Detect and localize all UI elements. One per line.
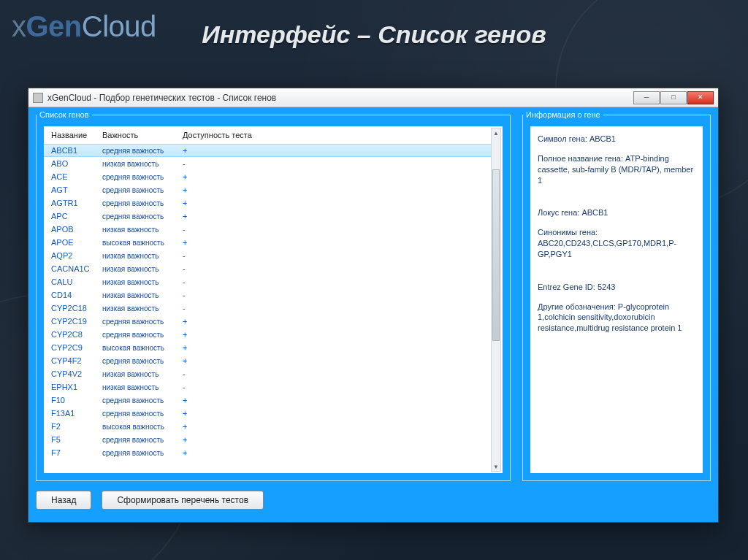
col-importance[interactable]: Важность	[102, 131, 183, 139]
table-row[interactable]: EPHX1низкая важность-	[44, 380, 491, 394]
cell-importance: средняя важность	[102, 357, 183, 365]
cell-availability: +	[183, 396, 484, 404]
col-availability[interactable]: Доступность теста	[183, 131, 495, 139]
cell-name: CYP2C8	[51, 330, 102, 339]
gene-fullname: Полное название гена: ATP-binding casset…	[538, 153, 695, 186]
gene-info-legend: Информация о гене	[523, 110, 603, 119]
cell-name: APOE	[51, 238, 102, 247]
cell-availability: -	[183, 369, 484, 378]
table-row[interactable]: F5средняя важность+	[44, 433, 491, 446]
table-row[interactable]: CYP2C9высокая важность+	[44, 341, 491, 354]
gene-locus: Локус гена: ABCB1	[538, 207, 695, 218]
minimize-button[interactable]: ─	[633, 91, 660, 104]
cell-name: ACE	[51, 172, 102, 181]
table-row[interactable]: CACNA1Cнизкая важность-	[44, 262, 491, 275]
cell-availability: +	[183, 212, 484, 220]
table-row[interactable]: ABCB1средняя важность+	[44, 144, 491, 157]
scroll-up-icon[interactable]: ▲	[492, 129, 500, 137]
table-row[interactable]: CYP2C8средняя важность+	[44, 328, 491, 341]
cell-importance: средняя важность	[102, 147, 183, 155]
gene-symbol: Символ гена: ABCB1	[538, 134, 695, 145]
cell-availability: +	[183, 146, 484, 155]
cell-name: F10	[51, 396, 102, 404]
table-row[interactable]: AGTсредняя важность+	[44, 183, 491, 196]
table-body[interactable]: ABCB1средняя важность+ABOнизкая важность…	[44, 144, 491, 473]
cell-name: AGTR1	[51, 199, 102, 207]
table-row[interactable]: APCсредняя важность+	[44, 210, 491, 223]
cell-importance: средняя важность	[102, 436, 183, 444]
cell-name: F13A1	[51, 409, 102, 418]
cell-importance: высокая важность	[102, 239, 183, 247]
cell-name: CD14	[51, 291, 102, 299]
table-row[interactable]: ACEсредняя важность+	[44, 170, 491, 183]
table-row[interactable]: CYP4V2низкая важность-	[44, 367, 491, 380]
cell-availability: -	[183, 225, 484, 234]
table-row[interactable]: F7средняя важность+	[44, 446, 491, 459]
cell-importance: средняя важность	[102, 410, 183, 418]
cell-name: CYP2C9	[51, 343, 102, 352]
cell-name: AQP2	[51, 251, 102, 260]
cell-name: F2	[51, 422, 102, 431]
cell-availability: -	[183, 251, 484, 260]
table-header: Название Важность Доступность теста	[44, 126, 503, 144]
cell-name: CYP2C18	[51, 304, 102, 312]
table-row[interactable]: F10средняя важность+	[44, 394, 491, 407]
cell-name: ABCB1	[51, 146, 102, 155]
cell-availability: +	[183, 330, 484, 339]
build-tests-button[interactable]: Сформировать перечень тестов	[102, 491, 264, 510]
cell-availability: +	[183, 199, 484, 207]
cell-availability: -	[183, 277, 484, 286]
vertical-scrollbar[interactable]: ▲ ▼	[491, 128, 501, 472]
gene-list-legend: Список генов	[37, 110, 92, 119]
cell-availability: +	[183, 409, 484, 418]
cell-availability: +	[183, 435, 484, 444]
cell-availability: +	[183, 317, 484, 326]
table-row[interactable]: F13A1средняя важность+	[44, 407, 491, 420]
col-name[interactable]: Название	[51, 131, 102, 139]
cell-importance: средняя важность	[102, 212, 183, 220]
table-row[interactable]: AQP2низкая важность-	[44, 249, 491, 262]
gene-synonyms: Синонимы гена: ABC20,CD243,CLCS,GP170,MD…	[538, 227, 695, 260]
table-row[interactable]: CYP4F2средняя важность+	[44, 354, 491, 367]
table-row[interactable]: AGTR1средняя важность+	[44, 196, 491, 210]
app-window: xGenCloud - Подбор генетических тестов -…	[28, 88, 719, 523]
cell-name: APC	[51, 212, 102, 220]
cell-name: CYP2C19	[51, 317, 102, 326]
cell-importance: низкая важность	[102, 265, 183, 273]
cell-availability: +	[183, 172, 484, 181]
cell-importance: высокая важность	[102, 344, 183, 352]
cell-availability: +	[183, 238, 484, 247]
cell-availability: -	[183, 264, 484, 273]
table-row[interactable]: APOEвысокая важность+	[44, 236, 491, 249]
table-row[interactable]: APOBнизкая важность-	[44, 223, 491, 236]
cell-name: CACNA1C	[51, 264, 102, 273]
table-row[interactable]: CYP2C18низкая важность-	[44, 302, 491, 315]
cell-importance: низкая важность	[102, 370, 183, 378]
maximize-button[interactable]: □	[660, 91, 687, 104]
app-icon	[33, 93, 43, 103]
table-row[interactable]: CD14низкая важность-	[44, 288, 491, 302]
gene-list-box: Название Важность Доступность теста ABCB…	[44, 126, 503, 473]
cell-importance: низкая важность	[102, 383, 183, 391]
cell-availability: -	[183, 159, 484, 168]
cell-name: CALU	[51, 277, 102, 286]
table-row[interactable]: CALUнизкая важность-	[44, 275, 491, 288]
cell-importance: средняя важность	[102, 186, 183, 194]
cell-availability: -	[183, 304, 484, 312]
scroll-thumb[interactable]	[492, 169, 500, 341]
back-button[interactable]: Назад	[36, 491, 91, 510]
cell-availability: +	[183, 185, 484, 194]
cell-name: F7	[51, 448, 102, 457]
table-row[interactable]: F2высокая важность+	[44, 420, 491, 433]
cell-importance: низкая важность	[102, 226, 183, 234]
cell-availability: -	[183, 383, 484, 391]
table-row[interactable]: ABOнизкая важность-	[44, 157, 491, 170]
table-row[interactable]: CYP2C19средняя важность+	[44, 315, 491, 328]
close-button[interactable]: ✕	[687, 91, 714, 104]
scroll-down-icon[interactable]: ▼	[492, 462, 500, 471]
cell-importance: низкая важность	[102, 291, 183, 299]
cell-availability: +	[183, 422, 484, 431]
titlebar[interactable]: xGenCloud - Подбор генетических тестов -…	[28, 88, 718, 107]
window-title: xGenCloud - Подбор генетических тестов -…	[47, 93, 276, 103]
cell-availability: +	[183, 343, 484, 352]
